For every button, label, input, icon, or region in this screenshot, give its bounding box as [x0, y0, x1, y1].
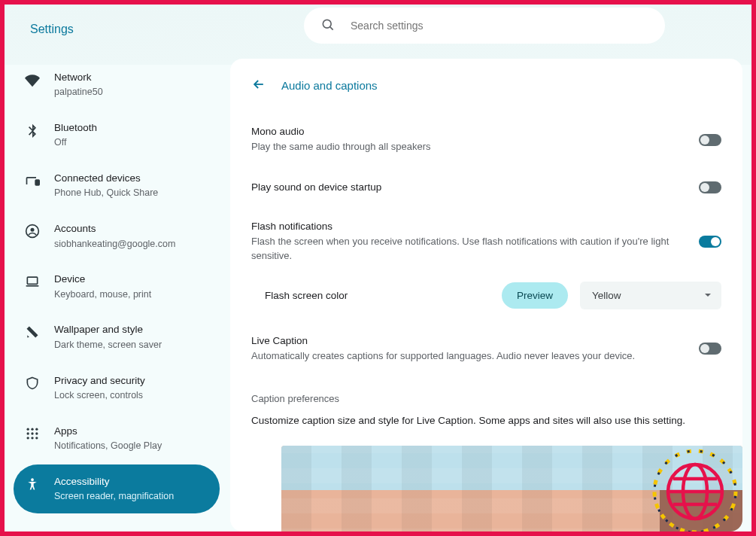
- row-desc: Play the same audio through all speakers: [251, 140, 684, 154]
- back-button[interactable]: [251, 77, 266, 94]
- section-desc-caption-preferences: Customize caption size and style for Liv…: [251, 415, 721, 440]
- svg-point-8: [35, 432, 38, 434]
- sidebar-item-secondary: Screen reader, magnification: [54, 490, 174, 503]
- svg-point-11: [35, 437, 38, 439]
- svg-point-1: [31, 228, 35, 232]
- sidebar-item-label: Connected devices: [54, 172, 158, 185]
- svg-rect-2: [27, 278, 37, 285]
- sidebar-item-secondary: siobhankeating@google.com: [54, 238, 175, 251]
- svg-point-6: [27, 432, 29, 434]
- page-title: Audio and captions: [281, 79, 378, 92]
- sidebar-item-secondary: Notifications, Google Play: [54, 440, 162, 452]
- sidebar-item-secondary: Phone Hub, Quick Share: [54, 187, 158, 199]
- sidebar-item-secondary: Off: [54, 136, 97, 149]
- sidebar-item-accounts[interactable]: Accounts siobhankeating@google.com: [14, 212, 220, 260]
- sidebar-item-label: Wallpaper and style: [54, 323, 162, 337]
- row-desc: Flash the screen when you receive notifi…: [251, 235, 684, 263]
- sidebar-item-apps[interactable]: Apps Notifications, Google Play: [14, 414, 220, 463]
- toggle-mono-audio[interactable]: [699, 134, 721, 146]
- sidebar-item-connected-devices[interactable]: Connected devices Phone Hub, Quick Share: [14, 161, 220, 210]
- svg-point-12: [31, 478, 34, 481]
- sidebar-item-secondary: Dark theme, screen saver: [54, 339, 162, 352]
- search-input[interactable]: [351, 20, 653, 32]
- svg-point-10: [31, 437, 33, 439]
- account-icon: [24, 224, 41, 239]
- svg-point-4: [31, 428, 33, 430]
- sidebar-item-label: Device: [54, 273, 151, 286]
- sidebar-item-label: Accounts: [54, 222, 175, 236]
- toggle-startup-sound[interactable]: [699, 181, 721, 193]
- sidebar-item-secondary: Keyboard, mouse, print: [54, 288, 151, 301]
- search-icon: [320, 17, 335, 35]
- sidebar-item-network[interactable]: Network palpatine50: [14, 60, 220, 109]
- svg-point-7: [31, 432, 33, 434]
- row-flash-notifications: Flash notifications Flash the screen whe…: [251, 210, 721, 274]
- row-title: Flash notifications: [251, 221, 684, 232]
- row-title: Flash screen color: [265, 290, 490, 301]
- sidebar-item-wallpaper[interactable]: Wallpaper and style Dark theme, screen s…: [14, 312, 220, 361]
- row-mono-audio: Mono audio Play the same audio through a…: [251, 115, 721, 165]
- sidebar-item-label: Bluetooth: [54, 121, 97, 135]
- laptop-icon: [24, 274, 41, 289]
- preview-shade: [660, 490, 742, 531]
- search-bar[interactable]: [304, 8, 665, 44]
- app-title: Settings: [14, 15, 220, 60]
- wifi-icon: [24, 72, 41, 87]
- sidebar: Settings Network palpatine50 Bluetooth O…: [5, 5, 229, 531]
- sidebar-item-bluetooth[interactable]: Bluetooth Off: [14, 111, 220, 160]
- panel-header: Audio and captions: [230, 77, 742, 109]
- sidebar-item-device[interactable]: Device Keyboard, mouse, print: [14, 262, 220, 311]
- svg-point-13: [323, 20, 331, 28]
- section-label-caption-preferences: Caption preferences: [251, 379, 721, 409]
- flash-color-select[interactable]: Yellow: [580, 282, 721, 309]
- sidebar-item-label: Privacy and security: [54, 374, 145, 388]
- sidebar-item-accessibility[interactable]: Accessibility Screen reader, magnificati…: [14, 464, 220, 513]
- devices-icon: [24, 173, 41, 188]
- row-title: Play sound on device startup: [251, 181, 684, 193]
- svg-point-3: [27, 428, 29, 430]
- row-title: Mono audio: [251, 126, 684, 137]
- sidebar-item-label: Network: [54, 71, 103, 84]
- row-title: Live Caption: [251, 335, 684, 346]
- preview-button[interactable]: Preview: [502, 282, 568, 309]
- nav: Network palpatine50 Bluetooth Off Co: [14, 60, 220, 513]
- sidebar-item-secondary: palpatine50: [54, 86, 103, 99]
- row-startup-sound: Play sound on device startup: [251, 171, 721, 204]
- shield-icon: [24, 376, 41, 391]
- sidebar-item-secondary: Lock screen, controls: [54, 389, 145, 402]
- row-desc: Automatically creates captions for suppo…: [251, 349, 684, 364]
- svg-point-9: [27, 437, 29, 439]
- paint-icon: [24, 324, 41, 340]
- accessibility-icon: [24, 477, 41, 492]
- sidebar-item-label: Accessibility: [54, 475, 174, 489]
- caption-preview-image[interactable]: The quick brown fox jumps over the lazy …: [281, 446, 742, 531]
- bluetooth-icon: [24, 123, 41, 138]
- svg-point-5: [35, 428, 38, 430]
- toggle-live-caption[interactable]: [699, 343, 721, 355]
- settings-panel: Audio and captions Mono audio Play the s…: [230, 59, 742, 531]
- sidebar-item-privacy[interactable]: Privacy and security Lock screen, contro…: [14, 364, 220, 413]
- sidebar-item-label: Apps: [54, 425, 162, 438]
- row-flash-color: Flash screen color Preview Yellow: [251, 280, 721, 318]
- apps-icon: [24, 426, 41, 441]
- main: Audio and captions Mono audio Play the s…: [229, 5, 751, 531]
- toggle-flash-notifications[interactable]: [699, 236, 721, 248]
- row-live-caption: Live Caption Automatically creates capti…: [251, 324, 721, 374]
